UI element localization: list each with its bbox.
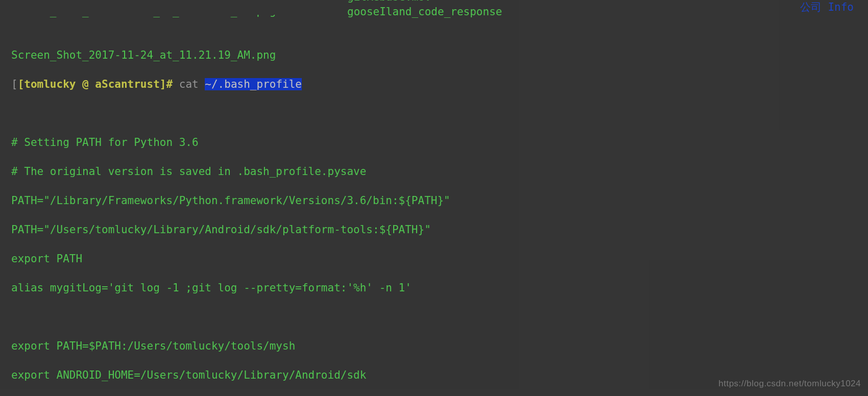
file-line: # The original version is saved in .bash… bbox=[11, 164, 868, 179]
blank-line bbox=[11, 310, 868, 325]
file-line: PATH="/Users/tomlucky/Library/Android/sd… bbox=[11, 222, 868, 237]
ls-file-line: Screen_Shot_2017-11-24_at_11.21.19_AM.pn… bbox=[11, 48, 868, 63]
blank-line bbox=[11, 106, 868, 121]
file-line: # Setting PATH for Python 3.6 bbox=[11, 135, 868, 150]
file-line: export PATH bbox=[11, 252, 868, 266]
watermark-text: https://blog.csdn.net/tomlucky1024 bbox=[718, 377, 861, 391]
file-listing-col2: gitRebase.mov gooseIland_code_response bbox=[347, 0, 502, 19]
prompt-line-1: [[tomlucky @ aScantrust]# cat ~/.bash_pr… bbox=[11, 77, 868, 92]
file-line: alias mygitLog='git log -1 ;git log --pr… bbox=[11, 281, 868, 295]
background-link: 公司 Info bbox=[800, 0, 854, 15]
selected-argument[interactable]: ~/.bash_profile bbox=[205, 78, 302, 90]
file-line: PATH="/Library/Frameworks/Python.framewo… bbox=[11, 193, 868, 208]
terminal-output[interactable]: Screen_Shot_2018-03-02_at_11.30.09_AM.pn… bbox=[0, 0, 868, 396]
file-line: export PATH=$PATH:/Users/tomlucky/tools/… bbox=[11, 339, 868, 354]
